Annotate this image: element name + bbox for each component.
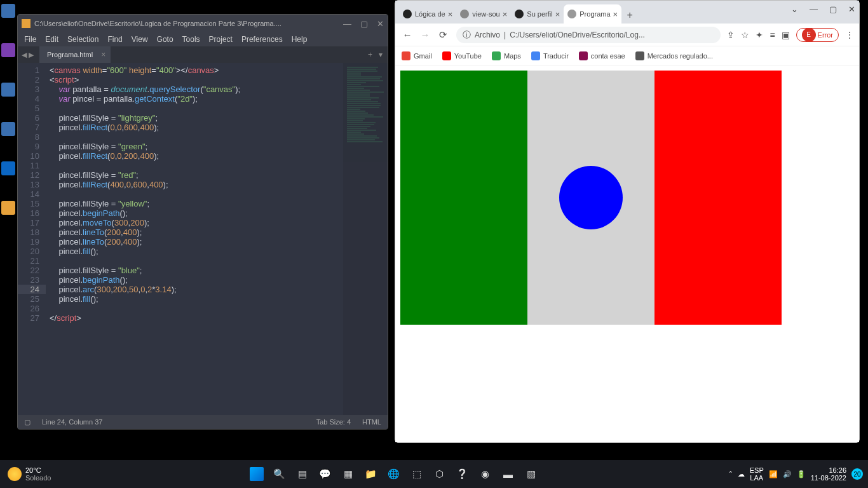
desktop-shortcut[interactable]: [1, 83, 15, 97]
dropbox-icon[interactable]: ⬚: [407, 464, 426, 484]
notification-badge[interactable]: 20: [851, 468, 863, 480]
start-button[interactable]: [247, 464, 266, 484]
forward-button[interactable]: →: [418, 29, 432, 40]
close-button[interactable]: ✕: [848, 4, 855, 14]
desktop-shortcut[interactable]: [1, 122, 15, 136]
tab-close-icon[interactable]: ×: [555, 10, 560, 19]
bookmark-item[interactable]: conta esae: [579, 51, 625, 60]
menu-project[interactable]: Project: [209, 35, 233, 44]
sun-icon: [8, 467, 22, 481]
line-gutter: 1234567891011121314151617181920212223242…: [18, 63, 46, 415]
new-tab-button[interactable]: +: [621, 7, 638, 24]
status-square-icon[interactable]: ▢: [24, 418, 31, 426]
minimize-button[interactable]: —: [810, 4, 818, 14]
menu-goto[interactable]: Goto: [157, 35, 173, 44]
bookmark-star-icon[interactable]: ☆: [741, 30, 749, 40]
bookmark-item[interactable]: YouTube: [442, 51, 482, 60]
new-tab-button[interactable]: +: [368, 50, 372, 59]
desktop-icons: [1, 0, 17, 215]
error-badge[interactable]: E Error: [796, 28, 839, 42]
menu-preferences[interactable]: Preferences: [241, 35, 283, 44]
tab-label: Programa.html: [47, 51, 93, 58]
tab-programa[interactable]: Programa.html ×: [39, 46, 111, 63]
menu-file[interactable]: File: [24, 35, 36, 44]
app-icon[interactable]: ▬: [499, 464, 518, 484]
chrome-taskbar-icon[interactable]: ◉: [476, 464, 495, 484]
profile-avatar: E: [802, 28, 816, 42]
chrome-window: ⌄ — ▢ ✕ Lógica de×view-sou×Su perfil×Pro…: [395, 0, 860, 443]
tab-nav-arrows[interactable]: ◀ ▶: [22, 51, 34, 59]
maximize-button[interactable]: ▢: [360, 19, 368, 29]
edge-icon[interactable]: 🌐: [384, 464, 403, 484]
status-language[interactable]: HTML: [362, 418, 381, 426]
desktop-shortcut[interactable]: [1, 43, 15, 57]
volume-icon[interactable]: 🔊: [783, 470, 792, 478]
onedrive-icon[interactable]: ☁: [738, 470, 745, 478]
canvas-output: [400, 71, 782, 325]
menu-view[interactable]: View: [132, 35, 148, 44]
chrome-tab[interactable]: view-sou×: [456, 4, 511, 24]
minimize-button[interactable]: —: [343, 19, 351, 29]
battery-icon[interactable]: 🔋: [797, 470, 806, 478]
desktop-shortcut[interactable]: [1, 4, 15, 18]
maximize-button[interactable]: ▢: [829, 4, 837, 14]
search-icon[interactable]: 🔍: [270, 464, 289, 484]
tab-close-icon[interactable]: ×: [503, 10, 508, 19]
editor[interactable]: 1234567891011121314151617181920212223242…: [18, 63, 388, 415]
widgets-icon[interactable]: ▦: [339, 464, 358, 484]
tab-close-icon[interactable]: ×: [448, 10, 453, 19]
bookmark-item[interactable]: Gmail: [402, 51, 432, 60]
sublime-window: C:\Users\eliot\OneDrive\Escritorio\Logic…: [17, 14, 388, 430]
menu-help[interactable]: Help: [292, 35, 308, 44]
share-icon[interactable]: ⇪: [727, 30, 735, 40]
tab-close-icon[interactable]: ×: [613, 10, 618, 19]
file-explorer-icon[interactable]: 📁: [362, 464, 381, 484]
reading-list-icon[interactable]: ≡: [770, 30, 775, 40]
weather-widget[interactable]: 20°C Soleado: [0, 466, 58, 482]
page-content: [395, 65, 859, 442]
app-icon[interactable]: ⬡: [430, 464, 449, 484]
chrome-toolbar: ← → ⟳ ⓘ Archivo | C:/Users/eliot/OneDriv…: [395, 24, 859, 46]
sublime-titlebar[interactable]: C:\Users\eliot\OneDrive\Escritorio\Logic…: [18, 15, 388, 32]
system-tray: ˄ ☁ ESP LAA 📶 🔊 🔋 16:26 11-08-2022 20: [729, 466, 868, 482]
input-language[interactable]: ESP: [750, 466, 764, 474]
chat-icon[interactable]: 💬: [316, 464, 335, 484]
desktop-shortcut[interactable]: [1, 201, 15, 215]
sublime-icon: [22, 19, 31, 28]
bookmark-item[interactable]: Traducir: [531, 51, 569, 60]
status-tab-size[interactable]: Tab Size: 4: [316, 418, 351, 426]
reload-button[interactable]: ⟳: [436, 29, 450, 41]
side-panel-icon[interactable]: ▣: [782, 30, 790, 40]
address-bar[interactable]: ⓘ Archivo | C:/Users/eliot/OneDrive/Escr…: [456, 27, 721, 43]
desktop-shortcut[interactable]: [1, 161, 15, 175]
minimap[interactable]: [343, 63, 388, 415]
taskbar-center: 🔍 ▤ 💬 ▦ 📁 🌐 ⬚ ⬡ ❔ ◉ ▬ ▧: [58, 464, 728, 484]
sublime-taskbar-icon[interactable]: ▧: [522, 464, 541, 484]
menu-selection[interactable]: Selection: [67, 35, 98, 44]
close-button[interactable]: ✕: [377, 19, 384, 29]
menu-tools[interactable]: Tools: [182, 35, 200, 44]
chrome-tab[interactable]: Su perfil×: [511, 4, 564, 24]
menu-edit[interactable]: Edit: [45, 35, 58, 44]
menu-kebab-icon[interactable]: ⋮: [845, 30, 854, 40]
chrome-account-chevron-icon[interactable]: ⌄: [791, 4, 798, 14]
tray-chevron-icon[interactable]: ˄: [729, 470, 733, 478]
bookmark-item[interactable]: Mercados regulado...: [635, 51, 713, 60]
task-view-icon[interactable]: ▤: [293, 464, 312, 484]
back-button[interactable]: ←: [400, 29, 414, 40]
help-icon[interactable]: ❔: [453, 464, 472, 484]
clock[interactable]: 16:26 11-08-2022: [811, 466, 846, 482]
keyboard-layout[interactable]: LAA: [750, 474, 764, 482]
tab-close-icon[interactable]: ×: [101, 50, 105, 59]
chrome-tab[interactable]: Lógica de×: [399, 4, 456, 24]
menu-find[interactable]: Find: [107, 35, 122, 44]
extensions-icon[interactable]: ✦: [756, 30, 763, 40]
chrome-tab[interactable]: Programa×: [564, 4, 621, 24]
bookmark-item[interactable]: Maps: [492, 51, 521, 60]
code-area[interactable]: <canvas width="600" height="400"></canva…: [46, 63, 388, 415]
wifi-icon[interactable]: 📶: [769, 470, 778, 478]
weather-label: Soleado: [25, 474, 51, 482]
tab-dropdown-icon[interactable]: ▾: [379, 50, 383, 59]
site-info-icon[interactable]: ⓘ: [463, 29, 471, 41]
menu-bar: FileEditSelectionFindViewGotoToolsProjec…: [18, 32, 388, 46]
